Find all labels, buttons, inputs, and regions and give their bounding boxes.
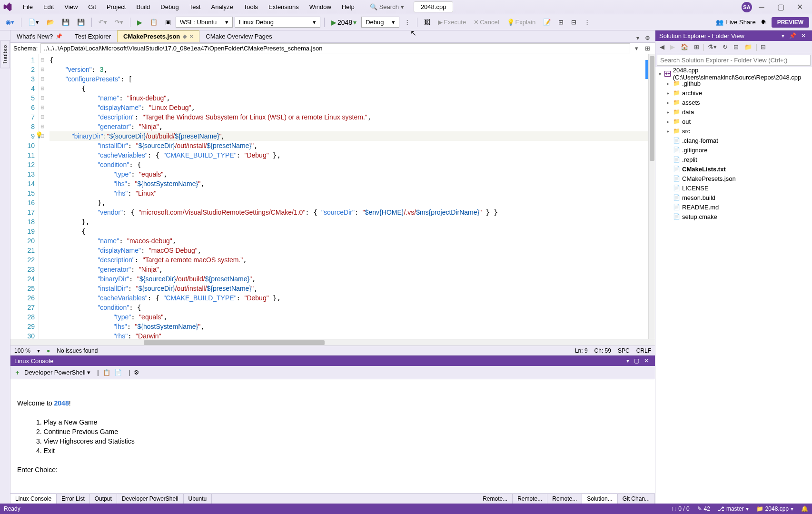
- vertical-scrollbar[interactable]: [648, 54, 655, 339]
- bottom-tab-output[interactable]: Output: [90, 494, 117, 504]
- grid-icon[interactable]: ⊞: [555, 17, 566, 27]
- console-dropdown-button[interactable]: ▾: [624, 357, 632, 364]
- maximize-button[interactable]: ▢: [771, 0, 790, 14]
- pin-icon[interactable]: 📌: [56, 33, 62, 40]
- notifications-button[interactable]: 🔔: [801, 505, 808, 512]
- tree-row[interactable]: 📄meson.build: [655, 193, 812, 202]
- start-button[interactable]: ▶: [134, 17, 145, 28]
- bottom-tab-remote3[interactable]: Remote...: [547, 494, 582, 504]
- bottom-tab-remote1[interactable]: Remote...: [478, 494, 513, 504]
- project-indicator[interactable]: 📁2048.cpp ▾: [756, 505, 793, 512]
- solution-search-input[interactable]: [657, 55, 811, 66]
- tree-row[interactable]: 📄LICENSE: [655, 183, 812, 193]
- menu-debug[interactable]: Debug: [156, 1, 183, 12]
- zoom-level[interactable]: 100 %: [14, 347, 30, 354]
- menu-analyze[interactable]: Analyze: [206, 1, 238, 12]
- tree-row[interactable]: ▸📁archive: [655, 88, 812, 98]
- eol-indicator[interactable]: CRLF: [636, 347, 651, 354]
- console-maximize-button[interactable]: ▢: [632, 357, 642, 364]
- paste-button[interactable]: 📄: [114, 369, 122, 376]
- tree-row[interactable]: 📄CMakePresets.json: [655, 174, 812, 183]
- save-all-button[interactable]: 💾: [74, 17, 88, 27]
- chevron-down-icon[interactable]: ▾: [37, 347, 40, 354]
- column-indicator[interactable]: Ch: 59: [594, 347, 611, 354]
- bottom-tab-linux-console[interactable]: Linux Console: [10, 494, 57, 504]
- tree-row[interactable]: ▸📁out: [655, 117, 812, 126]
- toolbox-tab[interactable]: Toolbox: [0, 40, 10, 68]
- edit-icon[interactable]: 📝: [540, 17, 554, 27]
- close-icon[interactable]: ✕: [189, 34, 193, 39]
- script-button[interactable]: 📋: [147, 17, 160, 27]
- tree-row[interactable]: ▸📁data: [655, 107, 812, 117]
- save-button[interactable]: 💾: [59, 17, 72, 27]
- switch-view-button[interactable]: ⊞: [692, 42, 702, 52]
- code-content[interactable]: { "version": 3, "configurePresets": [ { …: [46, 54, 648, 339]
- open-button[interactable]: 📂: [44, 17, 57, 27]
- menu-window[interactable]: Window: [305, 1, 336, 12]
- schema-split-button[interactable]: ⊞: [643, 44, 652, 53]
- window-button[interactable]: ▣: [162, 17, 174, 27]
- menu-help[interactable]: Help: [337, 1, 359, 12]
- nav-back-button[interactable]: ◉▾: [3, 17, 17, 27]
- menu-tools[interactable]: Tools: [239, 1, 263, 12]
- cancel-button[interactable]: ✕ Cancel: [471, 17, 502, 27]
- console-close-button[interactable]: ✕: [642, 357, 651, 364]
- code-editor[interactable]: 1234567891011121314151617181920212223242…: [10, 54, 655, 339]
- tree-row[interactable]: 📄README.md: [655, 202, 812, 212]
- menu-test[interactable]: Test: [185, 1, 206, 12]
- bottom-tab-remote2[interactable]: Remote...: [513, 494, 547, 504]
- minimize-button[interactable]: ─: [752, 0, 771, 14]
- settings-button[interactable]: ⚙: [134, 369, 139, 376]
- tab-cmake-overview[interactable]: CMake Overview Pages: [199, 30, 278, 42]
- menu-git[interactable]: Git: [83, 1, 101, 12]
- mode-dropdown[interactable]: Debug▾: [361, 17, 399, 28]
- debug-start-button[interactable]: ▶ 2048 ▾: [328, 17, 359, 28]
- fold-gutter[interactable]: ⊟⊟⊟⊟⊟⊟⊟⊟⊟: [39, 54, 46, 339]
- show-all-button[interactable]: 📁: [742, 42, 754, 52]
- tree-row[interactable]: ▾++2048.cpp (C:\Users\sinemakinci\Source…: [655, 69, 812, 79]
- issues-status[interactable]: No issues found: [57, 347, 98, 354]
- console-output[interactable]: Welcome to 2048!1. Play a New Game2. Con…: [10, 379, 655, 493]
- bottom-tab-solution[interactable]: Solution...: [582, 494, 617, 504]
- image-button[interactable]: 🖼: [421, 17, 433, 27]
- project-name[interactable]: 2048.cpp: [414, 1, 454, 12]
- collapse-button[interactable]: ⊟: [731, 42, 741, 52]
- overflow2-button[interactable]: ⋮: [581, 17, 593, 27]
- bottom-tab-ubuntu[interactable]: Ubuntu: [184, 494, 212, 504]
- schema-input[interactable]: [40, 43, 630, 53]
- menu-edit[interactable]: Edit: [39, 1, 59, 12]
- search-box[interactable]: 🔍 Search ▾: [366, 2, 408, 11]
- new-item-button[interactable]: 📄▾: [25, 17, 42, 27]
- overflow-button[interactable]: ⋮: [401, 17, 413, 27]
- indent-indicator[interactable]: SPC: [618, 347, 630, 354]
- filter-button[interactable]: ⚗▾: [705, 42, 719, 52]
- sidebar-dropdown-button[interactable]: ▾: [779, 32, 787, 39]
- redo-button[interactable]: ↷▾: [112, 17, 126, 27]
- tab-settings-button[interactable]: ⚙: [643, 34, 652, 42]
- schema-dropdown-button[interactable]: ▾: [633, 44, 640, 53]
- feedback-button[interactable]: 🗣: [758, 17, 770, 27]
- bottom-tab-error-list[interactable]: Error List: [57, 494, 90, 504]
- add-icon[interactable]: ＋: [14, 368, 20, 377]
- tree-row[interactable]: 📄.replit: [655, 155, 812, 164]
- menu-file[interactable]: File: [18, 1, 38, 12]
- copy-button[interactable]: 📋: [103, 369, 110, 376]
- sidebar-pin-button[interactable]: 📌: [787, 32, 799, 39]
- undo-button[interactable]: ↶▾: [96, 17, 110, 27]
- tab-dropdown-button[interactable]: ▾: [634, 34, 641, 42]
- tab-test-explorer[interactable]: Test Explorer: [69, 30, 117, 42]
- lightbulb-icon[interactable]: 💡: [35, 131, 43, 138]
- properties-button[interactable]: ⊟: [758, 42, 768, 52]
- changes-indicator[interactable]: ✎42: [697, 505, 710, 512]
- horizontal-scrollbar[interactable]: [10, 339, 655, 346]
- conflicts-indicator[interactable]: ↑↓0 / 0: [671, 505, 689, 512]
- avatar[interactable]: SA: [742, 2, 752, 12]
- tree-row[interactable]: ▸📁src: [655, 126, 812, 136]
- line-indicator[interactable]: Ln: 9: [575, 347, 588, 354]
- solution-tree[interactable]: ▾++2048.cpp (C:\Users\sinemakinci\Source…: [655, 67, 812, 504]
- shell-dropdown[interactable]: Developer PowerShell ▾: [24, 369, 90, 376]
- execute-button[interactable]: ▶ Execute: [435, 17, 469, 27]
- explain-button[interactable]: 💡 Explain: [504, 17, 539, 27]
- live-share-button[interactable]: 👥Live Share: [716, 19, 756, 26]
- tab-cmakepresets[interactable]: CMakePresets.json◈✕: [117, 30, 199, 42]
